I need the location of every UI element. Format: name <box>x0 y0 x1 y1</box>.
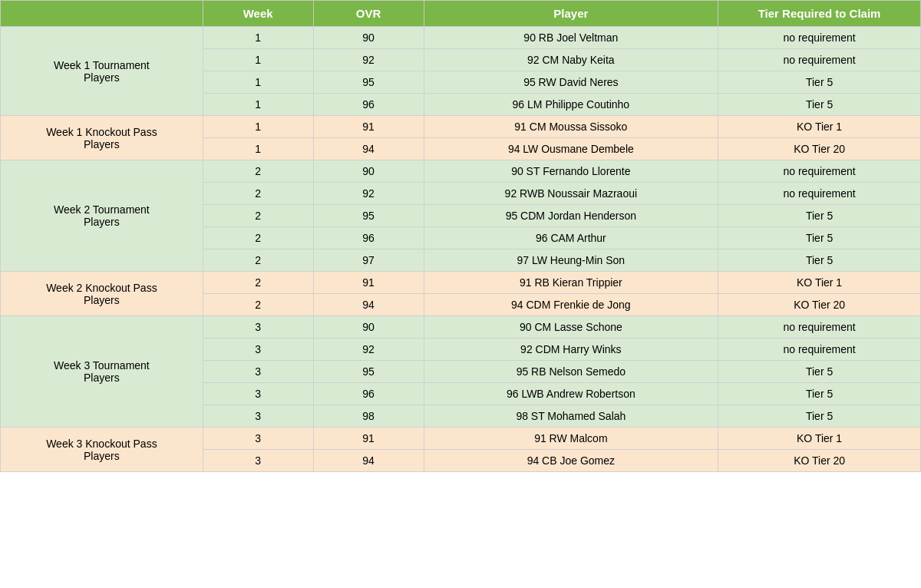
cell-ovr: 92 <box>313 49 424 71</box>
cell-player: 95 RB Nelson Semedo <box>424 361 718 383</box>
cell-ovr: 95 <box>313 71 424 94</box>
cell-ovr: 90 <box>313 27 424 49</box>
cell-week: 1 <box>203 94 313 116</box>
cell-ovr: 94 <box>313 138 424 160</box>
cell-tier: no requirement <box>718 339 921 361</box>
table-row: Week 3 Knockout PassPlayers39191 RW Malc… <box>1 428 921 450</box>
cell-week: 2 <box>203 205 313 227</box>
cell-tier: Tier 5 <box>718 71 921 94</box>
cell-player: 90 ST Fernando Llorente <box>424 160 718 183</box>
cell-tier: KO Tier 1 <box>718 272 921 294</box>
cell-week: 3 <box>203 316 313 339</box>
cell-week: 2 <box>203 294 313 316</box>
cell-tier: no requirement <box>718 49 921 71</box>
cell-tier: Tier 5 <box>718 94 921 116</box>
cell-ovr: 92 <box>313 339 424 361</box>
group-label: Week 1 Knockout PassPlayers <box>1 116 203 160</box>
cell-player: 98 ST Mohamed Salah <box>424 405 718 428</box>
group-label: Week 3 Knockout PassPlayers <box>1 428 203 472</box>
cell-week: 1 <box>203 49 313 71</box>
cell-tier: KO Tier 1 <box>718 116 921 138</box>
cell-tier: Tier 5 <box>718 227 921 249</box>
cell-week: 1 <box>203 116 313 138</box>
cell-player: 97 LW Heung-Min Son <box>424 249 718 272</box>
cell-ovr: 96 <box>313 383 424 405</box>
cell-player: 95 RW David Neres <box>424 71 718 94</box>
table-row: Week 3 TournamentPlayers39090 CM Lasse S… <box>1 316 921 339</box>
cell-player: 92 CM Naby Keita <box>424 49 718 71</box>
cell-tier: no requirement <box>718 183 921 205</box>
cell-week: 2 <box>203 249 313 272</box>
header-player: Player <box>424 1 718 27</box>
cell-ovr: 91 <box>313 116 424 138</box>
table-row: Week 2 TournamentPlayers29090 ST Fernand… <box>1 160 921 183</box>
header-group <box>1 1 203 27</box>
cell-player: 91 RW Malcom <box>424 428 718 450</box>
cell-ovr: 96 <box>313 94 424 116</box>
cell-player: 96 LM Philippe Coutinho <box>424 94 718 116</box>
cell-week: 1 <box>203 138 313 160</box>
cell-week: 3 <box>203 339 313 361</box>
cell-week: 2 <box>203 227 313 249</box>
cell-ovr: 90 <box>313 316 424 339</box>
cell-week: 3 <box>203 450 313 472</box>
table-row: Week 1 Knockout PassPlayers19191 CM Mous… <box>1 116 921 138</box>
cell-ovr: 94 <box>313 294 424 316</box>
cell-week: 2 <box>203 160 313 183</box>
table-row: Week 1 TournamentPlayers19090 RB Joel Ve… <box>1 27 921 49</box>
cell-ovr: 94 <box>313 450 424 472</box>
cell-ovr: 91 <box>313 272 424 294</box>
cell-ovr: 91 <box>313 428 424 450</box>
cell-week: 3 <box>203 383 313 405</box>
header-tier: Tier Required to Claim <box>718 1 921 27</box>
cell-week: 1 <box>203 27 313 49</box>
cell-player: 95 CDM Jordan Henderson <box>424 205 718 227</box>
group-label: Week 2 Knockout PassPlayers <box>1 272 203 316</box>
cell-player: 94 LW Ousmane Dembele <box>424 138 718 160</box>
cell-player: 91 RB Kieran Trippier <box>424 272 718 294</box>
group-label: Week 1 TournamentPlayers <box>1 27 203 116</box>
cell-player: 91 CM Moussa Sissoko <box>424 116 718 138</box>
header-week: Week <box>203 1 313 27</box>
cell-player: 90 CM Lasse Schone <box>424 316 718 339</box>
header-ovr: OVR <box>313 1 424 27</box>
cell-ovr: 95 <box>313 205 424 227</box>
cell-week: 2 <box>203 183 313 205</box>
cell-tier: no requirement <box>718 160 921 183</box>
cell-player: 96 LWB Andrew Robertson <box>424 383 718 405</box>
cell-tier: KO Tier 1 <box>718 428 921 450</box>
players-table: Week OVR Player Tier Required to Claim W… <box>0 0 921 472</box>
cell-week: 3 <box>203 405 313 428</box>
cell-tier: KO Tier 20 <box>718 138 921 160</box>
cell-week: 3 <box>203 428 313 450</box>
cell-ovr: 92 <box>313 183 424 205</box>
main-container: Week OVR Player Tier Required to Claim W… <box>0 0 921 472</box>
group-label: Week 3 TournamentPlayers <box>1 316 203 428</box>
cell-ovr: 90 <box>313 160 424 183</box>
cell-tier: no requirement <box>718 27 921 49</box>
cell-tier: Tier 5 <box>718 383 921 405</box>
cell-ovr: 97 <box>313 249 424 272</box>
table-row: Week 2 Knockout PassPlayers29191 RB Kier… <box>1 272 921 294</box>
cell-week: 1 <box>203 71 313 94</box>
cell-tier: no requirement <box>718 316 921 339</box>
cell-tier: Tier 5 <box>718 361 921 383</box>
cell-ovr: 95 <box>313 361 424 383</box>
cell-player: 94 CB Joe Gomez <box>424 450 718 472</box>
cell-player: 92 RWB Noussair Mazraoui <box>424 183 718 205</box>
cell-ovr: 98 <box>313 405 424 428</box>
cell-ovr: 96 <box>313 227 424 249</box>
cell-tier: KO Tier 20 <box>718 450 921 472</box>
cell-tier: Tier 5 <box>718 205 921 227</box>
cell-player: 92 CDM Harry Winks <box>424 339 718 361</box>
cell-player: 96 CAM Arthur <box>424 227 718 249</box>
cell-tier: Tier 5 <box>718 405 921 428</box>
group-label: Week 2 TournamentPlayers <box>1 160 203 272</box>
cell-week: 2 <box>203 272 313 294</box>
cell-week: 3 <box>203 361 313 383</box>
cell-tier: KO Tier 20 <box>718 294 921 316</box>
cell-player: 90 RB Joel Veltman <box>424 27 718 49</box>
cell-tier: Tier 5 <box>718 249 921 272</box>
cell-player: 94 CDM Frenkie de Jong <box>424 294 718 316</box>
